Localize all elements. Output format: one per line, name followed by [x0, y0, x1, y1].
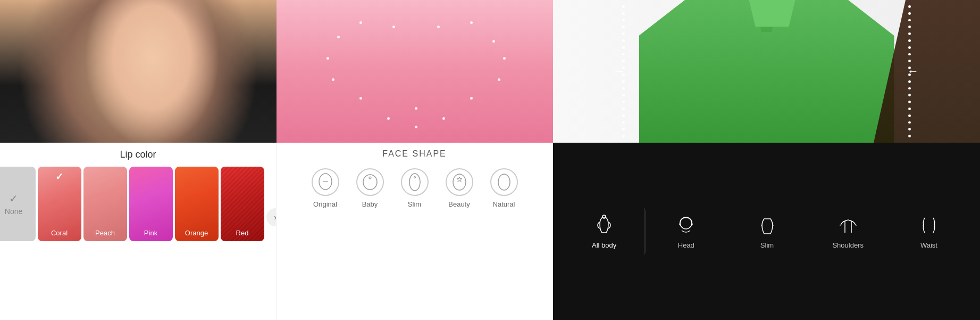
swatch-red-label: Red	[221, 229, 264, 237]
face-shape-original-icon	[312, 168, 339, 196]
svg-point-4	[409, 174, 420, 191]
face-shape-title: FACE SHAPE	[382, 149, 446, 159]
face-shape-slim-label: Slim	[408, 200, 421, 208]
swatch-coral[interactable]: Coral	[38, 167, 81, 241]
slim-label: Slim	[760, 241, 774, 249]
face-shape-original-label: Original	[313, 200, 337, 208]
swatch-red[interactable]: Red	[221, 167, 264, 241]
swatch-peach-label: Peach	[83, 229, 127, 237]
waist-label: Waist	[920, 241, 937, 249]
body-option-waist[interactable]: Waist	[889, 208, 969, 255]
body-option-head[interactable]: Head	[646, 208, 726, 255]
svg-point-3	[369, 177, 371, 179]
swatch-none-label: None	[5, 207, 22, 216]
face-shape-baby-icon	[356, 168, 384, 196]
shoulders-label: Shoulders	[832, 241, 864, 249]
swatch-coral-label: Coral	[38, 229, 81, 237]
face-shape-beauty-label: Beauty	[448, 200, 470, 208]
shoulders-icon	[836, 214, 860, 237]
body-shape-section: All body Head	[553, 143, 980, 320]
swatch-peach[interactable]: Peach	[83, 167, 127, 241]
all-body-icon	[592, 214, 616, 237]
swatch-none[interactable]: ✓ None	[0, 167, 36, 241]
face-shape-natural-label: Natural	[493, 200, 515, 208]
main-container: Lip color ✓ None Coral Peach Pink Orange	[0, 0, 980, 320]
swatch-orange[interactable]: Orange	[175, 167, 219, 241]
svg-point-7	[498, 174, 510, 190]
middle-panel: FACE SHAPE Original	[277, 0, 553, 320]
lip-color-title: Lip color	[120, 149, 156, 160]
face-shape-natural-icon	[490, 168, 518, 196]
none-check-icon: ✓	[9, 192, 18, 205]
left-panel: Lip color ✓ None Coral Peach Pink Orange	[0, 0, 277, 320]
slim-icon	[756, 214, 779, 237]
face-shape-options: Original Baby	[312, 168, 518, 208]
head-label: Head	[678, 241, 694, 249]
face-shape-slim-icon	[401, 168, 429, 196]
face-shape-baby[interactable]: Baby	[356, 168, 384, 208]
face-shape-natural[interactable]: Natural	[490, 168, 518, 208]
face-shape-beauty[interactable]: Beauty	[446, 168, 473, 208]
swatch-pink[interactable]: Pink	[129, 167, 173, 241]
swatch-pink-label: Pink	[129, 229, 173, 237]
waist-icon	[917, 214, 941, 237]
face-shape-original[interactable]: Original	[312, 168, 339, 208]
svg-point-5	[414, 177, 415, 178]
lip-color-swatches: ✓ None Coral Peach Pink Orange Red	[0, 167, 289, 241]
face-shape-baby-label: Baby	[362, 200, 378, 208]
face-shape-slim[interactable]: Slim	[401, 168, 429, 208]
swatch-orange-label: Orange	[175, 229, 219, 237]
all-body-label: All body	[592, 241, 616, 249]
body-option-all-body[interactable]: All body	[564, 208, 645, 255]
left-photo	[0, 0, 277, 143]
body-expand-right-arrow[interactable]: ←	[907, 64, 919, 78]
body-option-slim[interactable]: Slim	[726, 208, 807, 255]
head-icon	[674, 214, 698, 237]
right-panel: → ← All body	[553, 0, 980, 320]
face-tracking-dots	[277, 0, 553, 143]
face-shape-section: FACE SHAPE Original	[277, 143, 552, 320]
face-shape-beauty-icon	[446, 168, 473, 196]
lip-color-section: Lip color ✓ None Coral Peach Pink Orange	[0, 143, 276, 320]
body-option-shoulders[interactable]: Shoulders	[808, 208, 889, 255]
middle-photo	[277, 0, 553, 143]
right-photo: → ←	[553, 0, 980, 143]
body-expand-left-arrow[interactable]: →	[614, 64, 626, 78]
